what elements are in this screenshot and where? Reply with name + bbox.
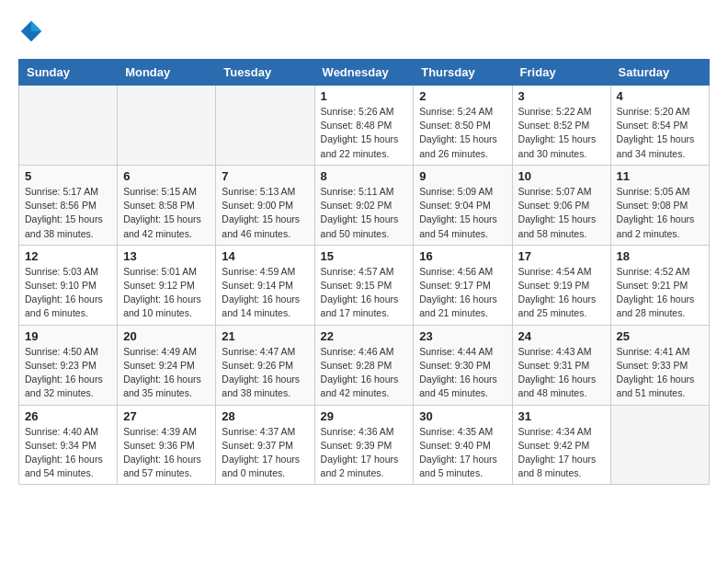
calendar-cell: 24Sunrise: 4:43 AM Sunset: 9:31 PM Dayli… bbox=[512, 325, 610, 405]
day-number: 20 bbox=[123, 329, 210, 343]
calendar-cell: 20Sunrise: 4:49 AM Sunset: 9:24 PM Dayli… bbox=[118, 325, 216, 405]
day-info: Sunrise: 5:05 AM Sunset: 9:08 PM Dayligh… bbox=[617, 185, 703, 241]
day-number: 10 bbox=[518, 169, 605, 183]
day-number: 5 bbox=[25, 169, 111, 183]
day-number: 24 bbox=[518, 329, 605, 343]
day-info: Sunrise: 4:49 AM Sunset: 9:24 PM Dayligh… bbox=[123, 345, 210, 401]
calendar-cell: 23Sunrise: 4:44 AM Sunset: 9:30 PM Dayli… bbox=[414, 325, 512, 405]
calendar-week-row: 26Sunrise: 4:40 AM Sunset: 9:34 PM Dayli… bbox=[19, 405, 710, 485]
calendar-cell: 22Sunrise: 4:46 AM Sunset: 9:28 PM Dayli… bbox=[314, 325, 414, 405]
day-info: Sunrise: 4:46 AM Sunset: 9:28 PM Dayligh… bbox=[321, 345, 408, 401]
day-number: 13 bbox=[123, 249, 210, 263]
calendar-header-saturday: Saturday bbox=[610, 60, 709, 86]
day-number: 31 bbox=[518, 409, 605, 423]
svg-marker-1 bbox=[31, 21, 41, 31]
calendar-cell: 5Sunrise: 5:17 AM Sunset: 8:56 PM Daylig… bbox=[19, 165, 118, 245]
calendar-cell: 3Sunrise: 5:22 AM Sunset: 8:52 PM Daylig… bbox=[512, 86, 610, 166]
calendar-cell: 4Sunrise: 5:20 AM Sunset: 8:54 PM Daylig… bbox=[610, 86, 709, 166]
day-info: Sunrise: 5:11 AM Sunset: 9:02 PM Dayligh… bbox=[321, 185, 408, 241]
calendar-cell bbox=[118, 86, 216, 166]
day-info: Sunrise: 4:35 AM Sunset: 9:40 PM Dayligh… bbox=[419, 425, 506, 481]
day-number: 23 bbox=[419, 329, 506, 343]
calendar-cell: 18Sunrise: 4:52 AM Sunset: 9:21 PM Dayli… bbox=[610, 245, 709, 325]
day-info: Sunrise: 4:43 AM Sunset: 9:31 PM Dayligh… bbox=[518, 345, 605, 401]
day-number: 8 bbox=[321, 169, 408, 183]
day-number: 2 bbox=[419, 89, 506, 103]
day-number: 15 bbox=[321, 249, 408, 263]
day-number: 22 bbox=[321, 329, 408, 343]
calendar-cell: 30Sunrise: 4:35 AM Sunset: 9:40 PM Dayli… bbox=[414, 405, 512, 485]
day-number: 18 bbox=[617, 249, 703, 263]
day-info: Sunrise: 5:01 AM Sunset: 9:12 PM Dayligh… bbox=[123, 265, 210, 321]
calendar-cell: 28Sunrise: 4:37 AM Sunset: 9:37 PM Dayli… bbox=[216, 405, 314, 485]
calendar-header-thursday: Thursday bbox=[414, 60, 512, 86]
calendar-week-row: 1Sunrise: 5:26 AM Sunset: 8:48 PM Daylig… bbox=[19, 86, 710, 166]
calendar-week-row: 19Sunrise: 4:50 AM Sunset: 9:23 PM Dayli… bbox=[19, 325, 710, 405]
calendar-cell bbox=[216, 86, 314, 166]
logo bbox=[18, 18, 51, 44]
day-info: Sunrise: 4:52 AM Sunset: 9:21 PM Dayligh… bbox=[617, 265, 703, 321]
day-number: 25 bbox=[617, 329, 703, 343]
day-info: Sunrise: 5:20 AM Sunset: 8:54 PM Dayligh… bbox=[617, 105, 703, 161]
calendar-cell bbox=[19, 86, 118, 166]
day-number: 28 bbox=[222, 409, 308, 423]
day-info: Sunrise: 4:41 AM Sunset: 9:33 PM Dayligh… bbox=[617, 345, 703, 401]
calendar-table: SundayMondayTuesdayWednesdayThursdayFrid… bbox=[18, 59, 710, 485]
day-info: Sunrise: 5:03 AM Sunset: 9:10 PM Dayligh… bbox=[25, 265, 111, 321]
day-info: Sunrise: 5:17 AM Sunset: 8:56 PM Dayligh… bbox=[25, 185, 111, 241]
day-number: 4 bbox=[617, 89, 703, 103]
day-info: Sunrise: 5:13 AM Sunset: 9:00 PM Dayligh… bbox=[222, 185, 308, 241]
calendar-cell: 21Sunrise: 4:47 AM Sunset: 9:26 PM Dayli… bbox=[216, 325, 314, 405]
day-number: 14 bbox=[222, 249, 308, 263]
day-number: 21 bbox=[222, 329, 308, 343]
day-info: Sunrise: 4:39 AM Sunset: 9:36 PM Dayligh… bbox=[123, 425, 210, 481]
calendar-header-monday: Monday bbox=[118, 60, 216, 86]
day-info: Sunrise: 5:22 AM Sunset: 8:52 PM Dayligh… bbox=[518, 105, 605, 161]
day-number: 30 bbox=[419, 409, 506, 423]
calendar-cell: 8Sunrise: 5:11 AM Sunset: 9:02 PM Daylig… bbox=[314, 165, 414, 245]
day-number: 19 bbox=[25, 329, 111, 343]
day-number: 16 bbox=[419, 249, 506, 263]
day-info: Sunrise: 4:59 AM Sunset: 9:14 PM Dayligh… bbox=[222, 265, 308, 321]
day-info: Sunrise: 4:36 AM Sunset: 9:39 PM Dayligh… bbox=[321, 425, 408, 481]
day-number: 27 bbox=[123, 409, 210, 423]
day-info: Sunrise: 5:07 AM Sunset: 9:06 PM Dayligh… bbox=[518, 185, 605, 241]
day-info: Sunrise: 4:37 AM Sunset: 9:37 PM Dayligh… bbox=[222, 425, 308, 481]
calendar-header-sunday: Sunday bbox=[19, 60, 118, 86]
day-number: 7 bbox=[222, 169, 308, 183]
calendar-cell bbox=[610, 405, 709, 485]
day-number: 1 bbox=[321, 89, 408, 103]
day-info: Sunrise: 4:44 AM Sunset: 9:30 PM Dayligh… bbox=[419, 345, 506, 401]
day-info: Sunrise: 4:40 AM Sunset: 9:34 PM Dayligh… bbox=[25, 425, 111, 481]
calendar-cell: 27Sunrise: 4:39 AM Sunset: 9:36 PM Dayli… bbox=[118, 405, 216, 485]
day-info: Sunrise: 5:26 AM Sunset: 8:48 PM Dayligh… bbox=[321, 105, 408, 161]
day-info: Sunrise: 4:54 AM Sunset: 9:19 PM Dayligh… bbox=[518, 265, 605, 321]
calendar-header-row: SundayMondayTuesdayWednesdayThursdayFrid… bbox=[19, 60, 710, 86]
day-info: Sunrise: 4:34 AM Sunset: 9:42 PM Dayligh… bbox=[518, 425, 605, 481]
calendar-cell: 25Sunrise: 4:41 AM Sunset: 9:33 PM Dayli… bbox=[610, 325, 709, 405]
calendar-header-friday: Friday bbox=[512, 60, 610, 86]
day-number: 3 bbox=[518, 89, 605, 103]
calendar-cell: 2Sunrise: 5:24 AM Sunset: 8:50 PM Daylig… bbox=[414, 86, 512, 166]
day-number: 9 bbox=[419, 169, 506, 183]
calendar-cell: 11Sunrise: 5:05 AM Sunset: 9:08 PM Dayli… bbox=[610, 165, 709, 245]
calendar-week-row: 5Sunrise: 5:17 AM Sunset: 8:56 PM Daylig… bbox=[19, 165, 710, 245]
calendar-cell: 6Sunrise: 5:15 AM Sunset: 8:58 PM Daylig… bbox=[118, 165, 216, 245]
calendar-cell: 13Sunrise: 5:01 AM Sunset: 9:12 PM Dayli… bbox=[118, 245, 216, 325]
day-number: 17 bbox=[518, 249, 605, 263]
calendar-cell: 14Sunrise: 4:59 AM Sunset: 9:14 PM Dayli… bbox=[216, 245, 314, 325]
calendar-cell: 12Sunrise: 5:03 AM Sunset: 9:10 PM Dayli… bbox=[19, 245, 118, 325]
calendar-cell: 26Sunrise: 4:40 AM Sunset: 9:34 PM Dayli… bbox=[19, 405, 118, 485]
calendar-cell: 16Sunrise: 4:56 AM Sunset: 9:17 PM Dayli… bbox=[414, 245, 512, 325]
day-number: 29 bbox=[321, 409, 408, 423]
page-header bbox=[18, 18, 710, 44]
calendar-cell: 9Sunrise: 5:09 AM Sunset: 9:04 PM Daylig… bbox=[414, 165, 512, 245]
day-number: 26 bbox=[25, 409, 111, 423]
day-number: 12 bbox=[25, 249, 111, 263]
calendar-week-row: 12Sunrise: 5:03 AM Sunset: 9:10 PM Dayli… bbox=[19, 245, 710, 325]
day-info: Sunrise: 4:56 AM Sunset: 9:17 PM Dayligh… bbox=[419, 265, 506, 321]
day-info: Sunrise: 5:09 AM Sunset: 9:04 PM Dayligh… bbox=[419, 185, 506, 241]
calendar-header-tuesday: Tuesday bbox=[216, 60, 314, 86]
logo-icon bbox=[18, 18, 44, 44]
day-info: Sunrise: 4:50 AM Sunset: 9:23 PM Dayligh… bbox=[25, 345, 111, 401]
